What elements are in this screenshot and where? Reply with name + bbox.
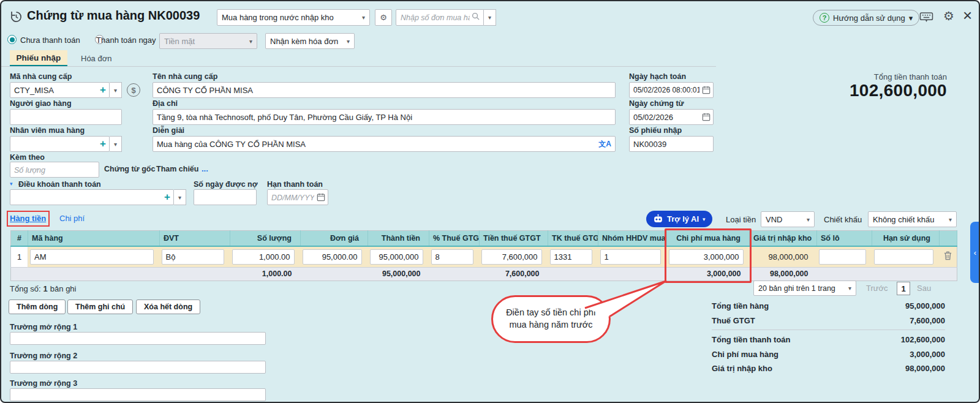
- payment-method-select[interactable]: Tiền mặt ▾: [159, 33, 257, 49]
- doc-type-value: Mua hàng trong nước nhập kho: [222, 13, 360, 22]
- reference-label: Tham chiếu: [156, 165, 198, 173]
- cell-han-su-dung[interactable]: [874, 249, 933, 265]
- supplier-code-label: Mã nhà cung cấp: [10, 72, 72, 81]
- description-field: 文A: [153, 136, 616, 152]
- translate-icon[interactable]: 文A: [598, 139, 611, 149]
- cell-so-lo[interactable]: [819, 249, 866, 265]
- cell-ma-hang[interactable]: AM: [30, 249, 154, 265]
- document-date-label: Ngày chứng từ: [629, 99, 684, 108]
- description-label: Diễn giải: [153, 126, 184, 135]
- supplier-code-caret[interactable]: ▾: [110, 82, 122, 98]
- more-link[interactable]: ...: [202, 164, 208, 173]
- summary-label: Chi phí mua hàng: [712, 350, 778, 359]
- extended-field-3-input[interactable]: [10, 388, 266, 401]
- delete-row-button[interactable]: [940, 246, 957, 268]
- credit-days-label: Số ngày được nợ: [194, 180, 258, 189]
- address-input[interactable]: [153, 109, 616, 125]
- summary-label: Giá trị nhập kho: [712, 364, 772, 373]
- calendar-icon[interactable]: [702, 113, 710, 124]
- close-icon[interactable]: ×: [963, 6, 972, 25]
- chevron-left-icon: ‹: [974, 248, 976, 257]
- summary-value: 7,600,000: [910, 316, 945, 325]
- clear-rows-button[interactable]: Xóa hết dòng: [136, 299, 200, 314]
- cell-thue-pct[interactable]: 8: [431, 249, 473, 265]
- search-settings-button[interactable]: ⚙: [375, 9, 392, 26]
- discount-label: Chiết khấu: [824, 215, 862, 224]
- add-payment-terms-icon[interactable]: +: [164, 191, 170, 203]
- collapse-caret-icon[interactable]: ▾: [10, 181, 13, 187]
- cell-so-luong[interactable]: 1,000.00: [232, 249, 295, 265]
- attachment-qty-input[interactable]: [10, 162, 99, 178]
- col-header-ma-hang: Mã hàng: [28, 231, 160, 246]
- side-panel-toggle[interactable]: ‹: [970, 222, 980, 283]
- posting-date-input[interactable]: [629, 82, 714, 98]
- tab-hang-tien[interactable]: Hàng tiền: [10, 214, 46, 223]
- ai-assistant-button[interactable]: Trợ lý AI ▾: [646, 211, 712, 227]
- tab-chi-phi[interactable]: Chi phí: [59, 214, 85, 223]
- summary-row-tong-tien-hang: Tổng tiền hàng 95,000,000: [712, 301, 945, 311]
- search-dropdown-caret[interactable]: ▾: [484, 9, 496, 26]
- supplier-balance-icon[interactable]: $: [127, 83, 140, 97]
- cell-nhom-hhdv[interactable]: 1: [600, 249, 661, 265]
- add-purchaser-icon[interactable]: +: [100, 138, 106, 150]
- extended-field-2-input[interactable]: [10, 361, 266, 374]
- tab-hoa-don[interactable]: Hóa đơn: [81, 54, 111, 63]
- col-header-don-gia: Đơn giá: [301, 231, 368, 246]
- cell-don-gia[interactable]: 95,000.00: [303, 249, 362, 265]
- summary-value: 102,600,000: [901, 335, 945, 344]
- prev-page-button[interactable]: Trước: [866, 284, 888, 293]
- page-title: Chứng từ mua hàng NK00039: [27, 9, 200, 23]
- ai-assistant-label: Trợ lý AI: [667, 214, 699, 224]
- summary-label: Tổng tiền hàng: [712, 301, 769, 311]
- payment-terms-input[interactable]: [10, 189, 174, 205]
- cell-dvt[interactable]: Bộ: [162, 249, 224, 265]
- search-icon[interactable]: [471, 12, 480, 23]
- extended-field-1-input[interactable]: [10, 332, 266, 345]
- col-header-nhom-hhdv: Nhóm HHDV mua vào: [598, 231, 667, 246]
- summary-row-gia-tri-nhap-kho: Giá trị nhập kho 98,000,000: [712, 364, 945, 373]
- invoice-mode-select[interactable]: Nhận kèm hóa đơn ▾: [265, 33, 355, 49]
- address-label: Địa chỉ: [153, 99, 178, 108]
- history-icon[interactable]: [9, 10, 23, 26]
- supplier-name-input[interactable]: [153, 82, 616, 98]
- add-note-button[interactable]: Thêm ghi chú: [67, 299, 133, 314]
- add-row-button[interactable]: Thêm dòng: [9, 299, 66, 314]
- purchase-document-window: Chứng từ mua hàng NK00039 Mua hàng trong…: [0, 0, 980, 403]
- search-input[interactable]: [399, 10, 471, 24]
- col-header-actions: [940, 231, 957, 246]
- chevron-down-icon: ▾: [909, 13, 913, 23]
- page-size-select[interactable]: 20 bản ghi trên 1 trang ▾: [753, 281, 856, 296]
- chevron-down-icon: ▾: [807, 216, 810, 223]
- question-icon: ?: [820, 13, 829, 23]
- items-table: # Mã hàng ĐVT Số lượng Đơn giá Thành tiề…: [10, 230, 957, 281]
- cell-chi-phi[interactable]: 3,000,000: [669, 249, 744, 265]
- currency-select[interactable]: VND ▾: [761, 211, 815, 227]
- supplier-code-input[interactable]: [10, 82, 110, 98]
- description-input[interactable]: [153, 136, 616, 152]
- robot-icon: [653, 214, 663, 225]
- discount-select[interactable]: Không chiết khấu ▾: [868, 211, 957, 227]
- table-row: 1 AM Bộ 1,000.00 95,000.00 95,000,000 8 …: [11, 246, 957, 268]
- add-supplier-icon[interactable]: +: [100, 84, 106, 96]
- cell-thanh-tien[interactable]: 95,000,000: [370, 249, 423, 265]
- help-guide-button[interactable]: ? Hướng dẫn sử dụng ▾: [813, 10, 919, 26]
- tab-phieu-nhap[interactable]: Phiếu nhập: [10, 50, 67, 67]
- purchaser-caret[interactable]: ▾: [110, 136, 122, 152]
- page-number-box[interactable]: 1: [897, 282, 910, 295]
- next-page-button[interactable]: Sau: [917, 284, 931, 293]
- purchaser-input[interactable]: [10, 136, 110, 152]
- deliverer-input[interactable]: [10, 109, 122, 125]
- radio-unpaid[interactable]: [7, 35, 17, 44]
- cell-tk-thue[interactable]: 1331: [550, 249, 592, 265]
- cell-tien-thue[interactable]: 7,600,000: [481, 249, 542, 265]
- receipt-number-input[interactable]: [629, 136, 714, 152]
- document-date-input[interactable]: [629, 109, 714, 125]
- summary-divider: [712, 330, 945, 330]
- calendar-icon[interactable]: [317, 193, 325, 204]
- doc-type-select[interactable]: Mua hàng trong nước nhập kho ▾: [217, 9, 370, 26]
- credit-days-input[interactable]: [194, 189, 257, 205]
- calendar-icon[interactable]: [702, 86, 710, 97]
- settings-gear-icon[interactable]: ⚙: [943, 9, 954, 23]
- payment-terms-caret[interactable]: ▾: [174, 189, 186, 205]
- feedback-keyboard-icon[interactable]: [919, 12, 933, 26]
